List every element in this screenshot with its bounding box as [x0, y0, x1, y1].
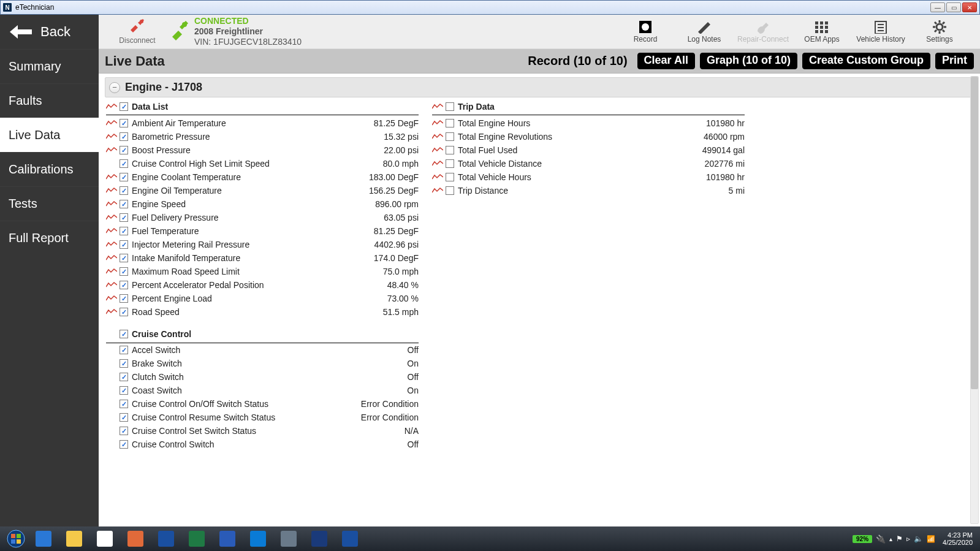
checkbox[interactable] [120, 400, 128, 408]
data-row[interactable]: Cruise Control On/Off Switch StatusError… [106, 397, 419, 411]
checkbox[interactable] [120, 281, 128, 289]
taskbar-app-nexiq[interactable] [152, 529, 180, 549]
back-button[interactable]: Back [0, 15, 99, 49]
data-row[interactable]: Total Engine Hours101980 hr [432, 116, 745, 130]
tray-flag-icon[interactable]: ▹ [906, 534, 910, 543]
checkbox[interactable] [120, 254, 128, 262]
checkbox[interactable] [120, 440, 128, 449]
sidebar-item-faults[interactable]: Faults [0, 83, 99, 118]
graph-icon[interactable] [432, 103, 443, 110]
checkbox[interactable] [120, 173, 128, 181]
checkbox[interactable] [446, 186, 454, 195]
checkbox[interactable] [446, 159, 454, 168]
log-notes-button[interactable]: Log Notes [675, 20, 734, 44]
data-row[interactable]: Boost Pressure22.00 psi [106, 143, 419, 157]
taskbar-app-word[interactable] [213, 529, 241, 549]
graph-button[interactable]: Graph (10 of 10) [700, 53, 797, 69]
graph-icon[interactable] [432, 173, 443, 181]
checkbox[interactable] [120, 146, 128, 154]
graph-icon[interactable] [106, 173, 117, 181]
data-row[interactable]: Accel SwitchOff [106, 343, 419, 357]
checkbox[interactable] [120, 186, 128, 195]
graph-icon[interactable] [106, 295, 117, 302]
sidebar-item-full-report[interactable]: Full Report [0, 221, 99, 255]
tray-volume-icon[interactable]: 🔈 [914, 534, 923, 543]
graph-icon[interactable] [106, 120, 117, 127]
graph-icon[interactable] [106, 241, 117, 248]
data-row[interactable]: Coast SwitchOn [106, 384, 419, 397]
data-row[interactable]: Engine Oil Temperature156.25 DegF [106, 184, 419, 197]
record-button[interactable]: Record [616, 20, 675, 44]
tray-network-icon[interactable]: 📶 [927, 535, 935, 543]
taskbar-app-firefox[interactable] [121, 529, 150, 549]
clock[interactable]: 4:23 PM 4/25/2020 [939, 531, 976, 546]
tray-action-center-icon[interactable]: ⚑ [896, 534, 903, 543]
data-row[interactable]: Total Vehicle Distance202776 mi [432, 157, 745, 170]
data-row[interactable]: Brake SwitchOn [106, 357, 419, 370]
sidebar-item-summary[interactable]: Summary [0, 49, 99, 83]
checkbox[interactable] [120, 159, 128, 168]
create-custom-group-button[interactable]: Create Custom Group [802, 53, 930, 69]
checkbox[interactable] [120, 346, 128, 354]
data-row[interactable]: Maximum Road Speed Limit75.0 mph [106, 265, 419, 278]
settings-button[interactable]: Settings [910, 20, 969, 44]
oem-apps-button[interactable]: OEM Apps [792, 20, 851, 44]
graph-icon[interactable] [432, 120, 443, 127]
graph-icon[interactable] [106, 214, 117, 221]
graph-icon[interactable] [106, 133, 117, 140]
checkbox[interactable] [446, 146, 454, 154]
start-button[interactable] [4, 526, 28, 551]
data-row[interactable]: Injector Metering Rail Pressure4402.96 p… [106, 238, 419, 251]
checkbox[interactable] [120, 294, 128, 303]
graph-icon[interactable] [106, 281, 117, 289]
checkbox[interactable] [120, 386, 128, 395]
data-row[interactable]: Road Speed51.5 mph [106, 305, 419, 319]
taskbar-app-mdi[interactable] [305, 529, 333, 549]
scroll-thumb[interactable] [971, 77, 978, 389]
checkbox[interactable] [120, 373, 128, 381]
print-button[interactable]: Print [935, 53, 974, 69]
data-row[interactable]: Engine Speed896.00 rpm [106, 197, 419, 211]
graph-icon[interactable] [106, 268, 117, 275]
vehicle-history-button[interactable]: Vehicle History [851, 20, 910, 44]
checkbox[interactable] [120, 308, 128, 316]
checkbox[interactable] [120, 200, 128, 208]
data-row[interactable]: Total Fuel Used499014 gal [432, 143, 745, 157]
data-row[interactable]: Fuel Delivery Pressure63.05 psi [106, 211, 419, 224]
data-row[interactable]: Clutch SwitchOff [106, 370, 419, 384]
maximize-button[interactable]: ▭ [946, 2, 961, 12]
clear-all-button[interactable]: Clear All [637, 53, 695, 69]
graph-icon[interactable] [432, 187, 443, 194]
data-row[interactable]: Engine Coolant Temperature183.00 DegF [106, 170, 419, 184]
data-row[interactable]: Percent Engine Load73.00 % [106, 292, 419, 305]
checkbox[interactable] [120, 213, 128, 222]
data-row[interactable]: Total Vehicle Hours101980 hr [432, 170, 745, 184]
data-row[interactable]: Trip Distance5 mi [432, 184, 745, 197]
checkbox[interactable] [120, 240, 128, 249]
data-row[interactable]: Ambient Air Temperature81.25 DegF [106, 116, 419, 130]
checkbox[interactable] [120, 267, 128, 276]
data-row[interactable]: Cruise Control Set Switch StatusN/A [106, 424, 419, 438]
taskbar-app-chrome[interactable] [91, 529, 119, 549]
sidebar-item-calibrations[interactable]: Calibrations [0, 152, 99, 186]
cruise-control-checkbox[interactable] [120, 330, 128, 338]
data-row[interactable]: Cruise Control High Set Limit Speed80.0 … [106, 157, 419, 170]
close-button[interactable]: ✕ [962, 2, 977, 12]
checkbox[interactable] [120, 359, 128, 368]
checkbox[interactable] [120, 413, 128, 422]
scrollbar[interactable] [970, 76, 979, 524]
checkbox[interactable] [120, 427, 128, 435]
taskbar-app-explorer[interactable] [60, 529, 88, 549]
sidebar-item-tests[interactable]: Tests [0, 186, 99, 221]
graph-icon[interactable] [106, 200, 117, 208]
taskbar-app-printer[interactable] [275, 529, 303, 549]
battery-indicator[interactable]: 92% [853, 535, 872, 543]
checkbox[interactable] [120, 227, 128, 235]
data-row[interactable]: Cruise Control Resume Switch StatusError… [106, 411, 419, 424]
taskbar-app-ie[interactable] [29, 529, 58, 549]
collapse-button[interactable]: − [109, 82, 120, 93]
taskbar-app-excel[interactable] [183, 529, 211, 549]
checkbox[interactable] [446, 173, 454, 181]
data-row[interactable]: Percent Accelerator Pedal Position48.40 … [106, 278, 419, 292]
data-row[interactable]: Intake Manifold Temperature174.0 DegF [106, 251, 419, 265]
